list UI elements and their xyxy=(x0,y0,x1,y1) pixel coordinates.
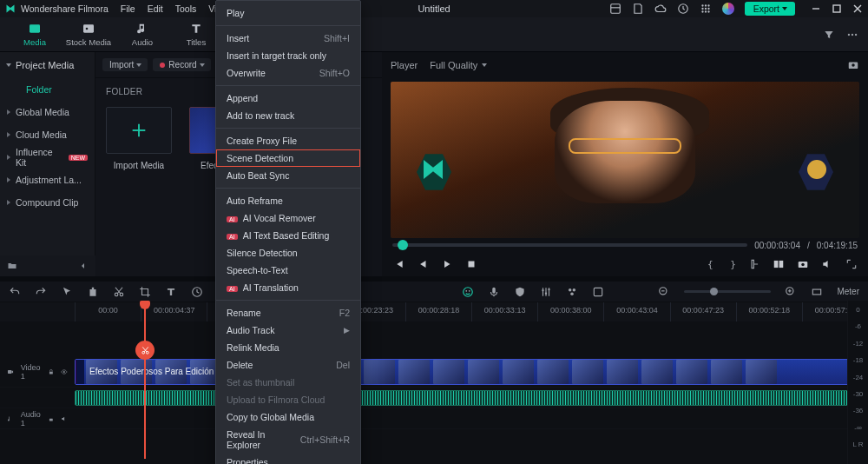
pointer-tool-icon[interactable] xyxy=(61,286,73,298)
mark-in-icon[interactable] xyxy=(748,258,760,270)
render-icon[interactable] xyxy=(592,286,604,298)
activity-icon[interactable] xyxy=(677,3,689,15)
playhead-cut-button[interactable] xyxy=(135,341,155,360)
ctx-item-ai-text-based-editing[interactable]: AIAI Text Based Editing xyxy=(216,227,360,244)
account-avatar-icon[interactable] xyxy=(722,3,734,15)
ctx-item-overwrite[interactable]: OverwriteShift+O xyxy=(216,64,360,82)
redo-icon[interactable] xyxy=(35,286,47,298)
play-icon[interactable] xyxy=(441,258,453,270)
snapshot-icon[interactable] xyxy=(847,59,859,71)
eye-icon[interactable] xyxy=(61,367,68,377)
menu-file[interactable]: File xyxy=(121,3,135,14)
tab-stock-media[interactable]: Stock Media xyxy=(62,20,115,49)
ctx-item-delete[interactable]: DeleteDel xyxy=(216,356,360,374)
stop-icon[interactable] xyxy=(465,258,477,270)
sidebar-item-compound-clip[interactable]: Compound Clip xyxy=(0,191,95,214)
ctx-item-audio-track[interactable]: Audio Track▶ xyxy=(216,321,360,339)
video-clip[interactable]: Efectos Poderosos Para Edición de Futbol xyxy=(75,359,863,385)
player-quality-dropdown[interactable]: Full Quality xyxy=(430,60,486,70)
maximize-icon[interactable] xyxy=(832,3,842,14)
new-folder-icon[interactable] xyxy=(7,261,17,271)
camera-icon[interactable] xyxy=(797,258,809,270)
text-tool-icon[interactable] xyxy=(165,286,177,298)
ctx-item-properties[interactable]: Properties xyxy=(216,454,360,464)
ctx-item-append[interactable]: Append xyxy=(216,89,360,107)
ctx-item-auto-beat-sync[interactable]: Auto Beat Sync xyxy=(216,167,360,184)
ctx-item-relink-media[interactable]: Relink Media xyxy=(216,339,360,356)
timeline-ruler[interactable]: 00:0000:00:04:3700:00:09:1400:00:23:2300… xyxy=(0,302,868,321)
meter-label[interactable]: Meter xyxy=(837,287,859,296)
close-window-icon[interactable] xyxy=(852,3,863,14)
ctx-item-speech-to-text[interactable]: Speech-to-Text xyxy=(216,262,360,279)
braces-icon[interactable]: { } xyxy=(707,259,736,270)
ctx-item-scene-detection[interactable]: Scene Detection xyxy=(216,149,360,167)
sidebar-item-influence-kit[interactable]: Influence KitNEW xyxy=(0,146,95,169)
audio-waveform-row[interactable] xyxy=(0,388,868,408)
menu-tools[interactable]: Tools xyxy=(175,3,197,14)
lock-icon[interactable] xyxy=(48,414,55,424)
sidepanel-footer xyxy=(0,255,95,276)
group-icon[interactable] xyxy=(566,286,578,298)
zoom-in-icon[interactable] xyxy=(785,286,797,298)
ctx-item-insert-in-target-track-only[interactable]: Insert in target track only xyxy=(216,47,360,64)
prev-frame-icon[interactable] xyxy=(392,258,404,270)
svg-point-9 xyxy=(701,10,703,12)
collapse-icon[interactable] xyxy=(78,261,89,271)
sidebar-project-media[interactable]: Project Media xyxy=(0,52,95,78)
ctx-item-ai-vocal-remover[interactable]: AIAI Vocal Remover xyxy=(216,209,360,227)
fullscreen-icon[interactable] xyxy=(845,258,858,270)
export-button[interactable]: Export xyxy=(745,2,795,16)
zoom-out-icon[interactable] xyxy=(658,286,670,298)
sidebar-item-cloud-media[interactable]: Cloud Media xyxy=(0,123,95,146)
menu-edit[interactable]: Edit xyxy=(148,3,163,14)
ai-face-icon[interactable] xyxy=(462,286,474,298)
compare-icon[interactable] xyxy=(773,258,785,270)
undo-icon[interactable] xyxy=(9,286,21,298)
ctx-item-ai-translation[interactable]: AIAI Translation xyxy=(216,279,360,296)
ctx-item-copy-to-global-media[interactable]: Copy to Global Media xyxy=(216,408,360,426)
cloud-icon[interactable] xyxy=(654,3,667,15)
mixer-icon[interactable] xyxy=(540,286,552,298)
sidebar-folder[interactable]: Folder xyxy=(0,78,95,101)
playhead[interactable] xyxy=(144,302,146,459)
shield-icon[interactable] xyxy=(514,286,526,298)
ctx-item-create-proxy-file[interactable]: Create Proxy File xyxy=(216,132,360,149)
zoom-fit-icon[interactable] xyxy=(811,286,823,298)
lock-icon[interactable] xyxy=(48,367,55,377)
cut-icon[interactable] xyxy=(113,286,125,298)
layout-icon[interactable] xyxy=(609,3,621,15)
volume-icon[interactable] xyxy=(821,258,833,270)
audio-track-1[interactable]: Audio 1 xyxy=(0,408,868,429)
zoom-slider[interactable] xyxy=(684,290,771,293)
crop-icon[interactable] xyxy=(139,286,151,298)
save-icon[interactable] xyxy=(632,3,644,15)
apps-icon[interactable] xyxy=(700,3,712,15)
ctx-item-rename[interactable]: RenameF2 xyxy=(216,304,360,321)
more-icon[interactable] xyxy=(845,29,859,41)
sidebar-item-adjustment-layer[interactable]: Adjustment La... xyxy=(0,169,95,191)
filter-icon[interactable] xyxy=(823,29,835,41)
mic-icon[interactable] xyxy=(488,286,500,298)
tab-media[interactable]: Media xyxy=(9,20,61,49)
ctx-item-silence-detection[interactable]: Silence Detection xyxy=(216,244,360,262)
import-media-tile[interactable]: Import Media xyxy=(106,107,172,170)
sidebar-item-global-media[interactable]: Global Media xyxy=(0,101,95,123)
seek-bar[interactable] xyxy=(392,243,747,247)
record-dropdown[interactable]: Record xyxy=(153,58,210,71)
import-dropdown[interactable]: Import xyxy=(102,58,148,71)
ctx-item-insert[interactable]: InsertShift+I xyxy=(216,30,360,47)
ctx-item-add-to-new-track[interactable]: Add to new track xyxy=(216,107,360,124)
audio-clip-waveform[interactable] xyxy=(75,390,863,406)
svg-point-58 xyxy=(63,371,65,373)
video-track-1[interactable]: Video 1 Efectos Poderosos Para Edición d… xyxy=(0,356,868,388)
ctx-item-auto-reframe[interactable]: Auto Reframe xyxy=(216,192,360,209)
speed-icon[interactable] xyxy=(191,286,203,298)
play-back-icon[interactable] xyxy=(417,258,429,270)
ctx-item-reveal-in-explorer[interactable]: Reveal In ExplorerCtrl+Shift+R xyxy=(216,426,360,454)
minimize-icon[interactable] xyxy=(811,3,821,14)
preview-viewport[interactable] xyxy=(391,82,859,238)
tab-titles[interactable]: Titles xyxy=(170,20,222,49)
tab-audio[interactable]: Audio xyxy=(116,20,168,49)
delete-icon[interactable] xyxy=(87,286,99,298)
mute-icon[interactable] xyxy=(61,414,68,424)
